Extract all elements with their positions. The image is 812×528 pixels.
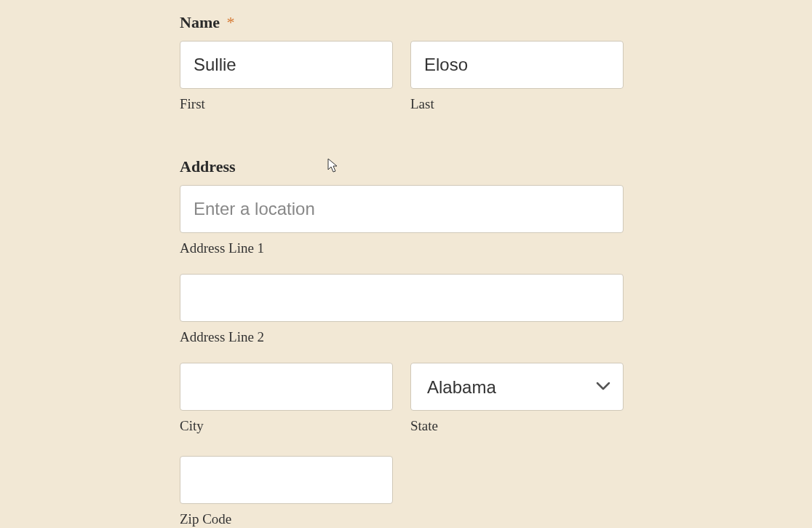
zip-sublabel: Zip Code [180, 511, 393, 527]
state-sublabel: State [410, 418, 624, 434]
city-sublabel: City [180, 418, 393, 434]
state-col: Alabama State [410, 363, 624, 452]
state-select[interactable]: Alabama [410, 363, 624, 411]
zip-row: Zip Code [180, 456, 624, 528]
first-name-sublabel: First [180, 96, 393, 112]
first-name-col: First [180, 41, 393, 130]
state-select-wrapper: Alabama [410, 363, 624, 411]
first-name-input[interactable] [180, 41, 393, 89]
address-section: Address Address Line 1 Address Line 2 Ci… [180, 157, 624, 528]
address-line1-input[interactable] [180, 185, 624, 233]
last-name-sublabel: Last [410, 96, 624, 112]
last-name-input[interactable] [410, 41, 624, 89]
required-asterisk: * [226, 13, 234, 31]
address-line2-sublabel: Address Line 2 [180, 329, 624, 345]
address-line2-input[interactable] [180, 274, 624, 322]
address-line2-col: Address Line 2 [180, 274, 624, 345]
address-line1-col: Address Line 1 [180, 185, 624, 256]
zip-input[interactable] [180, 456, 393, 504]
city-state-row: City Alabama State [180, 363, 624, 452]
address-section-label: Address [180, 157, 624, 176]
zip-spacer [410, 456, 624, 528]
address-line1-sublabel: Address Line 1 [180, 240, 624, 256]
name-section-label: Name * [180, 13, 624, 32]
city-input[interactable] [180, 363, 393, 411]
name-row: First Last [180, 41, 624, 130]
name-label-text: Name [180, 13, 220, 31]
form-container: Name * First Last Address Address Line 1… [180, 13, 624, 528]
zip-col: Zip Code [180, 456, 393, 528]
last-name-col: Last [410, 41, 624, 130]
city-col: City [180, 363, 393, 452]
